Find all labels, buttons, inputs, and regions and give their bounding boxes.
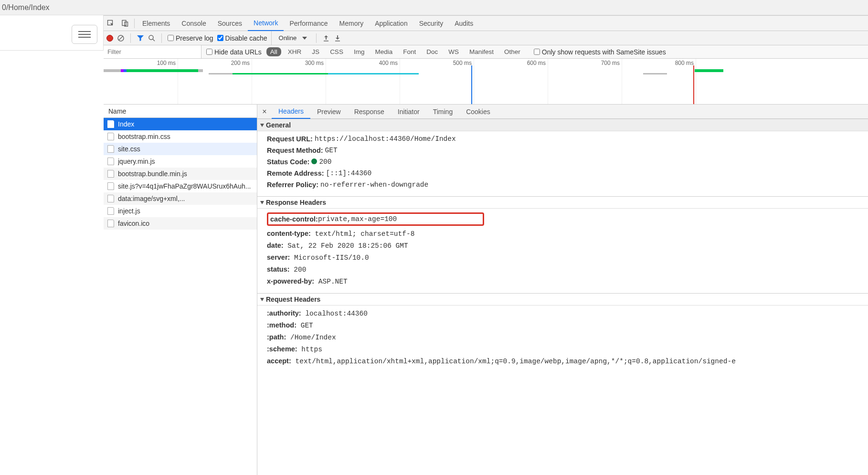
chevron-down-icon bbox=[302, 37, 307, 40]
request-row[interactable]: inject.js bbox=[104, 205, 257, 217]
tab-network[interactable]: Network bbox=[248, 16, 284, 31]
samesite-input[interactable] bbox=[534, 49, 540, 55]
filter-type-doc[interactable]: Doc bbox=[423, 47, 442, 56]
filter-type-ws[interactable]: WS bbox=[445, 47, 463, 56]
tab-console[interactable]: Console bbox=[176, 16, 212, 31]
upload-icon[interactable] bbox=[322, 34, 330, 42]
header-row: date: Sat, 22 Feb 2020 18:25:06 GMT bbox=[267, 240, 868, 252]
timeline-tick bbox=[622, 59, 622, 104]
filter-input[interactable] bbox=[104, 45, 201, 58]
timeline-tick bbox=[252, 59, 252, 104]
request-name: site.css bbox=[118, 145, 140, 153]
samesite-checkbox[interactable]: Only show requests with SameSite issues bbox=[534, 48, 666, 56]
tab-application[interactable]: Application bbox=[369, 16, 413, 31]
request-row[interactable]: favicon.ico bbox=[104, 217, 257, 230]
close-icon[interactable]: × bbox=[257, 105, 272, 119]
throttle-select[interactable]: Online bbox=[271, 31, 311, 45]
filter-type-manifest[interactable]: Manifest bbox=[466, 47, 498, 56]
value: https://localhost:44360/Home/Index bbox=[315, 135, 456, 143]
search-icon[interactable] bbox=[148, 34, 156, 42]
header-key: status: bbox=[267, 265, 290, 273]
filter-type-all[interactable]: All bbox=[266, 47, 281, 56]
section-response-headers[interactable]: Response Headers bbox=[257, 196, 868, 209]
header-value: ASP.NET bbox=[314, 278, 348, 285]
header-row: x-powered-by: ASP.NET bbox=[267, 275, 868, 287]
filter-type-font[interactable]: Font bbox=[399, 47, 420, 56]
svg-rect-1 bbox=[122, 20, 126, 25]
details-tab-headers[interactable]: Headers bbox=[272, 105, 310, 119]
clear-icon[interactable] bbox=[117, 34, 125, 42]
details-tab-cookies[interactable]: Cookies bbox=[459, 105, 497, 119]
preserve-log-checkbox[interactable]: Preserve log bbox=[168, 34, 213, 42]
download-icon[interactable] bbox=[334, 34, 341, 42]
timeline-bar bbox=[233, 73, 328, 74]
value: [::1]:44360 bbox=[326, 169, 372, 177]
header-key: :scheme: bbox=[267, 345, 297, 353]
device-icon[interactable] bbox=[118, 16, 132, 31]
filter-type-other[interactable]: Other bbox=[500, 47, 524, 56]
label: Request URL: bbox=[267, 135, 313, 143]
request-row[interactable]: Index bbox=[104, 118, 257, 130]
filter-type-xhr[interactable]: XHR bbox=[284, 47, 306, 56]
details-tab-preview[interactable]: Preview bbox=[310, 105, 348, 119]
request-row[interactable]: jquery.min.js bbox=[104, 155, 257, 168]
address-text: 0/Home/Index bbox=[2, 3, 50, 12]
samesite-label: Only show requests with SameSite issues bbox=[542, 48, 666, 56]
filter-type-css[interactable]: CSS bbox=[326, 47, 347, 56]
request-row[interactable]: bootstrap.min.css bbox=[104, 130, 257, 143]
tab-sources[interactable]: Sources bbox=[212, 16, 248, 31]
details-tab-response[interactable]: Response bbox=[348, 105, 391, 119]
inspect-icon[interactable] bbox=[104, 16, 118, 31]
section-request-headers[interactable]: Request Headers bbox=[257, 293, 868, 306]
filter-row: Hide data URLs AllXHRJSCSSImgMediaFontDo… bbox=[104, 45, 868, 59]
request-row[interactable]: site.js?v=4q1jwFhaPaZgr8WAUSrux6hAuh... bbox=[104, 180, 257, 192]
file-icon bbox=[107, 170, 114, 178]
file-icon bbox=[107, 207, 114, 215]
request-name: jquery.min.js bbox=[118, 158, 155, 165]
label: Referrer Policy: bbox=[267, 181, 318, 189]
timeline-bar bbox=[104, 69, 121, 72]
header-value: text/html,application/xhtml+xml,applicat… bbox=[291, 358, 736, 365]
timeline-bar bbox=[643, 73, 667, 74]
record-button[interactable] bbox=[106, 35, 113, 42]
header-key: x-powered-by: bbox=[267, 277, 314, 285]
request-list-header[interactable]: Name bbox=[104, 105, 257, 118]
header-key: date: bbox=[267, 242, 284, 249]
address-bar[interactable]: 0/Home/Index bbox=[0, 0, 868, 15]
section-general[interactable]: General bbox=[257, 119, 868, 131]
disable-cache-input[interactable] bbox=[217, 35, 223, 41]
tab-audits[interactable]: Audits bbox=[449, 16, 479, 31]
filter-icon[interactable] bbox=[137, 34, 144, 42]
filter-type-img[interactable]: Img bbox=[350, 47, 369, 56]
chevron-down-icon bbox=[260, 124, 264, 127]
details-tab-initiator[interactable]: Initiator bbox=[391, 105, 426, 119]
request-row[interactable]: bootstrap.bundle.min.js bbox=[104, 168, 257, 180]
tab-elements[interactable]: Elements bbox=[137, 16, 176, 31]
request-headers-list: :authority: localhost:44360:method: GET:… bbox=[257, 306, 868, 369]
tab-performance[interactable]: Performance bbox=[284, 16, 333, 31]
tab-memory[interactable]: Memory bbox=[334, 16, 370, 31]
hide-data-urls-input[interactable] bbox=[206, 49, 212, 55]
tab-security[interactable]: Security bbox=[413, 16, 449, 31]
details-tab-timing[interactable]: Timing bbox=[426, 105, 460, 119]
filter-type-media[interactable]: Media bbox=[371, 47, 396, 56]
request-row[interactable]: site.css bbox=[104, 143, 257, 155]
header-row: status: 200 bbox=[267, 264, 868, 275]
separator bbox=[130, 33, 131, 43]
hamburger-button[interactable] bbox=[72, 25, 97, 44]
timeline-tick-label: 300 ms bbox=[305, 60, 326, 66]
chevron-down-icon bbox=[260, 298, 264, 301]
request-name: inject.js bbox=[118, 207, 140, 215]
value: 200 bbox=[311, 158, 331, 166]
timeline-marker-red bbox=[693, 65, 694, 104]
request-row[interactable]: data:image/svg+xml,... bbox=[104, 192, 257, 205]
timeline-overview[interactable]: 100 ms200 ms300 ms400 ms500 ms600 ms700 … bbox=[104, 59, 868, 105]
preserve-log-input[interactable] bbox=[168, 35, 174, 41]
separator bbox=[316, 33, 317, 43]
timeline-marker-blue bbox=[471, 65, 472, 104]
disable-cache-checkbox[interactable]: Disable cache bbox=[217, 34, 267, 42]
hide-data-urls-checkbox[interactable]: Hide data URLs bbox=[206, 48, 262, 56]
filter-type-js[interactable]: JS bbox=[308, 47, 323, 56]
request-name: favicon.ico bbox=[118, 220, 149, 227]
throttle-value: Online bbox=[279, 34, 297, 42]
